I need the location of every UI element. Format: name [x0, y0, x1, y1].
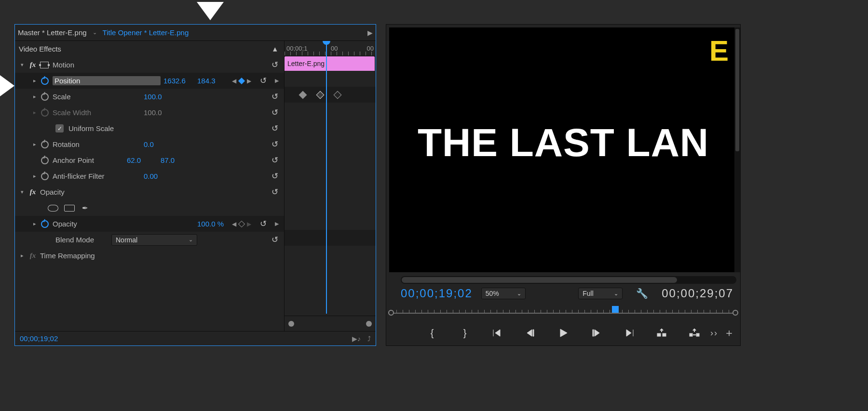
go-to-out-icon[interactable] — [622, 328, 636, 338]
reset-icon[interactable]: ↺ — [269, 171, 281, 181]
horizontal-scrollbar[interactable] — [401, 276, 736, 284]
pm-info-row: 00;00;19;02 50% ⌄ Full ⌄ 🔧 00;00;29;07 — [386, 284, 740, 303]
loop-icon[interactable]: ▶♪ — [352, 335, 361, 343]
button-editor-icon[interactable]: ＋ — [724, 326, 734, 340]
resolution-dropdown[interactable]: Full ⌄ — [578, 288, 623, 299]
fx-icon[interactable]: fx — [28, 252, 37, 260]
play-icon[interactable] — [556, 328, 570, 338]
playhead-icon[interactable] — [612, 306, 619, 313]
fx-icon[interactable]: fx — [28, 61, 37, 69]
duration-timecode[interactable]: 00;00;29;07 — [662, 287, 733, 300]
reset-icon[interactable]: ↺ — [257, 219, 270, 229]
opacity-value[interactable]: 100.0 % — [197, 220, 228, 228]
twirl-icon[interactable] — [19, 252, 26, 259]
time-remapping-header[interactable]: fx Time Remapping — [15, 248, 284, 264]
master-clip-label[interactable]: Master * Letter-E.png — [18, 28, 87, 37]
program-canvas[interactable]: THE LAST LAN E — [389, 27, 737, 272]
position-y[interactable]: 184.3 — [197, 77, 228, 85]
ec-mini-timeline[interactable]: 00;00;1 00 00 Letter-E.png — [284, 41, 376, 331]
ec-timecode[interactable]: 00;00;19;02 — [20, 334, 58, 343]
rect-mask-icon[interactable] — [64, 205, 75, 212]
reset-icon[interactable]: ↺ — [269, 235, 281, 245]
collapse-icon[interactable]: ▴ — [269, 44, 281, 54]
go-to-in-icon[interactable] — [491, 328, 504, 338]
opacity-value-row: Opacity 100.0 % ◀ ▶ ↺ ▶ — [15, 216, 284, 232]
reset-icon[interactable]: ↺ — [269, 60, 281, 70]
go-to-next-icon[interactable]: ▶ — [272, 221, 281, 227]
keyframe-icon[interactable] — [299, 91, 307, 99]
motion-header[interactable]: fx Motion ↺ — [15, 57, 284, 73]
mini-playhead[interactable] — [326, 41, 327, 314]
scale-value[interactable]: 100.0 — [144, 93, 175, 101]
step-fwd-icon[interactable] — [589, 328, 603, 338]
mark-out-icon[interactable]: } — [458, 328, 472, 339]
twirl-icon[interactable] — [31, 221, 38, 227]
pen-mask-icon[interactable]: ✒ — [81, 204, 89, 212]
add-keyframe-icon[interactable] — [238, 77, 245, 84]
mini-zoom-bar[interactable] — [285, 316, 376, 331]
step-back-icon[interactable] — [524, 328, 537, 338]
reset-icon[interactable]: ↺ — [269, 187, 281, 197]
next-keyframe-icon[interactable]: ▶ — [246, 221, 252, 227]
rotation-value[interactable]: 0.0 — [144, 140, 175, 148]
lift-icon[interactable] — [655, 328, 668, 338]
stopwatch-icon[interactable] — [41, 220, 49, 228]
zoom-handle-right[interactable] — [366, 321, 372, 327]
twirl-icon[interactable] — [19, 189, 26, 195]
keyframe-icon[interactable] — [316, 91, 325, 99]
keyframe-icon[interactable] — [334, 91, 342, 99]
vertical-scrollbar[interactable] — [734, 27, 740, 272]
anchor-y[interactable]: 87.0 — [161, 156, 191, 164]
pm-time-ruler[interactable] — [390, 304, 736, 320]
go-to-next-icon[interactable]: ▶ — [272, 78, 281, 84]
stopwatch-icon[interactable] — [41, 157, 49, 164]
reset-icon[interactable]: ↺ — [269, 92, 281, 102]
next-keyframe-icon[interactable]: ▶ — [246, 78, 252, 84]
position-keyframe-track[interactable] — [285, 87, 376, 103]
reset-icon[interactable]: ↺ — [269, 139, 281, 149]
transform-box-icon[interactable] — [40, 62, 49, 68]
export-icon[interactable]: ⤴ — [367, 335, 371, 343]
blend-mode-dropdown[interactable]: Normal ⌄ — [111, 234, 197, 246]
twirl-icon[interactable] — [31, 173, 38, 179]
rotation-row: Rotation 0.0 ↺ — [15, 136, 284, 152]
position-x[interactable]: 1632.6 — [163, 77, 194, 85]
prev-keyframe-icon[interactable]: ◀ — [231, 78, 237, 84]
more-icon[interactable]: ›› — [710, 328, 718, 338]
sequence-clip-label[interactable]: Title Opener * Letter-E.png — [103, 28, 189, 37]
play-icon[interactable]: ▶ — [367, 29, 373, 37]
reset-icon[interactable]: ↺ — [269, 155, 281, 165]
reset-icon[interactable]: ↺ — [257, 76, 270, 86]
stopwatch-icon[interactable] — [41, 93, 49, 101]
extract-icon[interactable] — [688, 328, 701, 338]
twirl-icon[interactable] — [31, 93, 38, 100]
zoom-handle-right[interactable] — [732, 310, 738, 316]
zoom-handle-left[interactable] — [288, 321, 294, 327]
twirl-icon[interactable] — [19, 62, 26, 68]
twirl-icon[interactable] — [31, 141, 38, 147]
position-label[interactable]: Position — [53, 76, 161, 85]
twirl-icon[interactable] — [31, 78, 38, 84]
prev-keyframe-icon[interactable]: ◀ — [231, 221, 237, 227]
add-keyframe-icon[interactable] — [238, 220, 245, 227]
ellipse-mask-icon[interactable] — [48, 205, 58, 212]
opacity-header[interactable]: fx Opacity ↺ — [15, 184, 284, 200]
video-effects-header[interactable]: Video Effects ▴ — [15, 41, 284, 57]
uniform-scale-checkbox[interactable]: ✓ — [55, 124, 64, 133]
stopwatch-icon[interactable] — [41, 172, 49, 180]
anchor-x[interactable]: 62.0 — [127, 156, 158, 164]
reset-icon[interactable]: ↺ — [269, 107, 281, 118]
settings-wrench-icon[interactable]: 🔧 — [636, 288, 648, 299]
stopwatch-icon[interactable] — [41, 141, 49, 148]
mark-in-icon[interactable]: { — [425, 328, 439, 339]
reset-icon[interactable]: ↺ — [269, 123, 281, 133]
zoom-dropdown[interactable]: 50% ⌄ — [481, 288, 526, 299]
current-timecode[interactable]: 00;00;19;02 — [401, 287, 473, 300]
zoom-handle-left[interactable] — [388, 310, 394, 316]
stopwatch-icon[interactable] — [41, 77, 49, 85]
chevron-down-icon[interactable]: ⌄ — [90, 29, 100, 36]
fx-icon[interactable]: fx — [28, 188, 37, 196]
mini-clip[interactable]: Letter-E.png — [285, 56, 375, 71]
antiflicker-value[interactable]: 0.00 — [144, 172, 175, 180]
mini-ruler[interactable]: 00;00;1 00 00 — [285, 41, 376, 56]
